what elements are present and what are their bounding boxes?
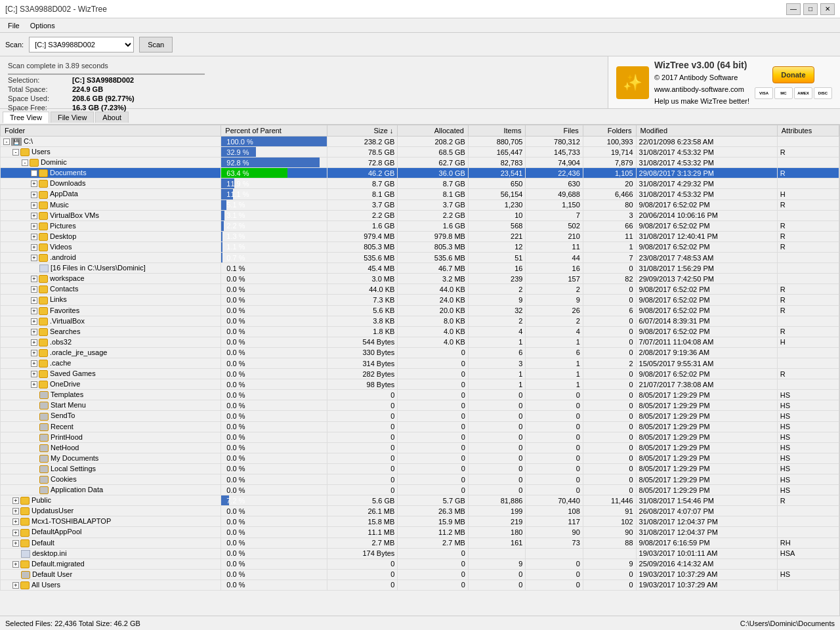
- table-row[interactable]: +Default.migrated0.0 %0090925/09/2016 4:…: [1, 558, 839, 569]
- table-row[interactable]: My Documents0.0 %000008/05/2017 1:29:29 …: [1, 453, 839, 463]
- tree-toggle[interactable]: +: [31, 276, 37, 282]
- table-row[interactable]: Local Settings0.0 %000008/05/2017 1:29:2…: [1, 463, 839, 474]
- tree-toggle[interactable]: +: [31, 381, 37, 388]
- menu-file[interactable]: File: [3, 20, 25, 31]
- table-row[interactable]: +AppData11.1 %8.1 GB8.1 GB56,15449,6886,…: [1, 189, 839, 200]
- tree-toggle[interactable]: +: [31, 350, 37, 356]
- tree-toggle[interactable]: +: [31, 255, 37, 261]
- table-row[interactable]: +Mcx1-TOSHIBALAPTOP0.0 %15.8 MB15.9 MB21…: [1, 516, 839, 527]
- drive-select[interactable]: [C:] S3A9988D002: [29, 37, 134, 52]
- tree-toggle[interactable]: +: [31, 339, 37, 346]
- table-row[interactable]: +Favorites0.0 %5.6 KB20.0 KB322669/08/20…: [1, 305, 839, 316]
- table-row[interactable]: +.obs320.0 %544 Bytes4.0 KB1107/07/2011 …: [1, 337, 839, 347]
- tree-toggle[interactable]: +: [12, 540, 19, 547]
- table-row[interactable]: -Users32.9 %78.5 GB68.5 GB165,447145,733…: [1, 147, 839, 158]
- col-header-files[interactable]: Files: [526, 125, 583, 136]
- tree-toggle[interactable]: +: [31, 213, 37, 219]
- minimize-button[interactable]: —: [786, 3, 801, 15]
- tree-toggle[interactable]: +: [31, 329, 37, 335]
- table-row[interactable]: Templates0.0 %000008/05/2017 1:29:29 PMH…: [1, 390, 839, 400]
- table-row[interactable]: PrintHood0.0 %000008/05/2017 1:29:29 PMH…: [1, 432, 839, 442]
- tab-file-view[interactable]: File View: [51, 112, 94, 123]
- tree-toggle[interactable]: +: [31, 244, 37, 251]
- table-row[interactable]: +Pictures2.2 %1.6 GB1.6 GB568502669/08/2…: [1, 220, 839, 231]
- table-row[interactable]: -Dominic92.8 %72.8 GB62.7 GB82,78374,904…: [1, 158, 839, 168]
- scan-button[interactable]: Scan: [139, 37, 173, 52]
- table-row[interactable]: Application Data0.0 %000008/05/2017 1:29…: [1, 485, 839, 495]
- tree-toggle[interactable]: +: [12, 561, 19, 568]
- tree-toggle[interactable]: +: [12, 530, 19, 536]
- table-row[interactable]: +.cache0.0 %314 Bytes031215/05/2017 9:55…: [1, 358, 839, 368]
- table-row[interactable]: +Saved Games0.0 %282 Bytes01109/08/2017 …: [1, 369, 839, 379]
- table-row[interactable]: Start Menu0.0 %000008/05/2017 1:29:29 PM…: [1, 400, 839, 411]
- tree-toggle[interactable]: +: [31, 202, 37, 209]
- table-row[interactable]: -💾C:\100.0 %238.2 GB208.2 GB880,705780,3…: [1, 136, 839, 147]
- table-row[interactable]: +DefaultAppPool0.0 %11.1 MB11.2 MB180909…: [1, 527, 839, 537]
- col-header-percent[interactable]: Percent of Parent: [221, 125, 327, 136]
- tree-panel[interactable]: Folder Percent of Parent Size ↓ Allocate…: [0, 125, 840, 616]
- table-row[interactable]: SendTo0.0 %000008/05/2017 1:29:29 PMHS: [1, 411, 839, 421]
- tree-toggle[interactable]: +: [12, 497, 19, 504]
- table-row[interactable]: +Default0.0 %2.7 MB2.7 MB16173889/08/201…: [1, 537, 839, 548]
- table-row[interactable]: +Links0.0 %7.3 KB24.0 KB9909/08/2017 6:5…: [1, 295, 839, 305]
- table-row[interactable]: +Music5.1 %3.7 GB3.7 GB1,2301,150809/08/…: [1, 200, 839, 210]
- table-row[interactable]: +Desktop1.3 %979.4 MB979.8 MB2212101131/…: [1, 231, 839, 242]
- tree-toggle[interactable]: +: [31, 223, 37, 230]
- cell-items: 32: [468, 305, 525, 316]
- table-row[interactable]: +OneDrive0.0 %98 Bytes011021/07/2017 7:3…: [1, 379, 839, 390]
- tab-tree-view[interactable]: Tree View: [3, 112, 49, 123]
- table-row[interactable]: +Downloads11.9 %8.7 GB8.7 GB6506302031/0…: [1, 178, 839, 189]
- table-row[interactable]: desktop.ini0.0 %174 Bytes019/03/2017 10:…: [1, 548, 839, 558]
- close-button[interactable]: ✕: [820, 3, 835, 15]
- table-row[interactable]: Recent0.0 %000008/05/2017 1:29:29 PMHS: [1, 421, 839, 432]
- cell-size: 45.4 MB: [327, 263, 398, 274]
- table-row[interactable]: +All Users0.0 %0000019/03/2017 10:37:29 …: [1, 579, 839, 590]
- table-row[interactable]: Cookies0.0 %000008/05/2017 1:29:29 PMHS: [1, 474, 839, 485]
- table-row[interactable]: +Documents63.4 %46.2 GB36.0 GB23,54122,4…: [1, 168, 839, 178]
- table-row[interactable]: NetHood0.0 %000008/05/2017 1:29:29 PMHS: [1, 442, 839, 453]
- percent-label: 2.2 %: [224, 222, 245, 230]
- table-row[interactable]: +.oracle_jre_usage0.0 %330 Bytes06602/08…: [1, 347, 839, 358]
- tree-toggle[interactable]: +: [31, 286, 37, 293]
- table-row[interactable]: +Public7.2 %5.6 GB5.7 GB81,88670,44011,4…: [1, 495, 839, 506]
- table-row[interactable]: Default User0.0 %0000019/03/2017 10:37:2…: [1, 569, 839, 579]
- col-header-items[interactable]: Items: [468, 125, 525, 136]
- table-row[interactable]: +VirtualBox VMs3.1 %2.2 GB2.2 GB107320/0…: [1, 210, 839, 220]
- tree-toggle[interactable]: +: [31, 308, 37, 314]
- col-header-modified[interactable]: Modified: [636, 125, 777, 136]
- tree-toggle[interactable]: +: [31, 371, 37, 377]
- col-header-alloc[interactable]: Allocated: [398, 125, 469, 136]
- tree-toggle[interactable]: -: [3, 138, 10, 145]
- folder-icon: [39, 349, 48, 357]
- maximize-button[interactable]: □: [803, 3, 818, 15]
- tab-about[interactable]: About: [95, 112, 129, 123]
- cell-modified: 19/03/2017 10:37:29 AM: [636, 579, 777, 590]
- cell-name: +.oracle_jre_usage: [1, 347, 221, 358]
- tree-toggle[interactable]: +: [31, 192, 37, 198]
- tree-toggle[interactable]: -: [22, 159, 28, 166]
- tree-toggle[interactable]: +: [12, 582, 19, 589]
- table-row[interactable]: +Videos1.1 %805.3 MB805.3 MB121119/08/20…: [1, 242, 839, 252]
- tree-toggle[interactable]: +: [31, 360, 37, 367]
- table-row[interactable]: +workspace0.0 %3.0 MB3.2 MB2391578229/09…: [1, 274, 839, 284]
- table-row[interactable]: +UpdatusUser0.0 %26.1 MB26.3 MB199108912…: [1, 506, 839, 516]
- table-row[interactable]: +.android0.7 %535.6 MB535.6 MB5144723/08…: [1, 253, 839, 263]
- tree-toggle[interactable]: +: [31, 180, 37, 187]
- tree-toggle[interactable]: +: [12, 518, 19, 525]
- tree-toggle[interactable]: +: [31, 234, 37, 240]
- donate-button[interactable]: Donate: [772, 66, 814, 83]
- col-header-size[interactable]: Size ↓: [327, 125, 398, 136]
- tree-toggle[interactable]: +: [31, 170, 37, 177]
- col-header-folders[interactable]: Folders: [583, 125, 636, 136]
- tree-toggle[interactable]: -: [12, 149, 19, 156]
- col-header-folder[interactable]: Folder: [1, 125, 221, 136]
- table-row[interactable]: +Contacts0.0 %44.0 KB44.0 KB2209/08/2017…: [1, 284, 839, 295]
- menu-options[interactable]: Options: [25, 20, 60, 31]
- table-row[interactable]: +.VirtualBox0.0 %3.8 KB8.0 KB2206/07/201…: [1, 316, 839, 326]
- tree-toggle[interactable]: +: [31, 297, 37, 304]
- table-row[interactable]: [16 Files in C:\Users\Dominic]0.1 %45.4 …: [1, 263, 839, 274]
- table-row[interactable]: +Searches0.0 %1.8 KB4.0 KB4409/08/2017 6…: [1, 326, 839, 337]
- col-header-attr[interactable]: Attributes: [777, 125, 839, 136]
- tree-toggle[interactable]: +: [31, 318, 37, 325]
- tree-toggle[interactable]: +: [12, 508, 19, 514]
